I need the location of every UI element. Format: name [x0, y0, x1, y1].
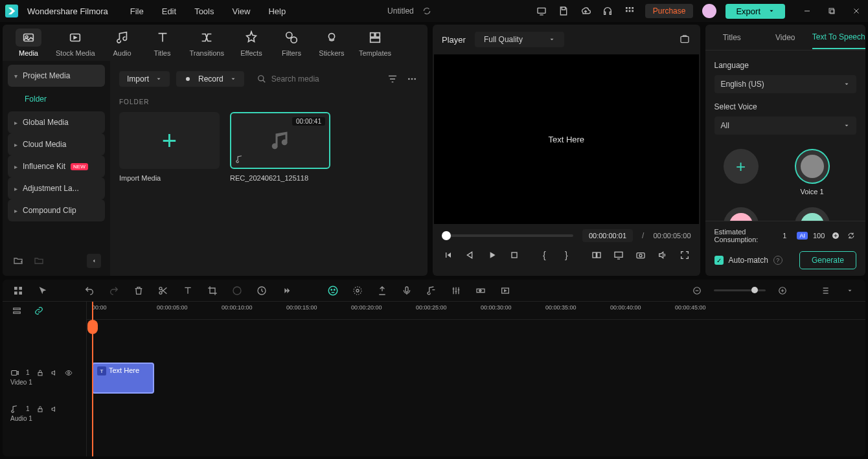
headphones-icon[interactable]: [601, 5, 614, 17]
volume-icon[interactable]: [656, 249, 669, 262]
collapse-sidebar-icon[interactable]: [87, 254, 101, 268]
media-clip-tile[interactable]: 00:00:41 REC_20240621_125118: [230, 112, 330, 182]
tl-cursor-icon[interactable]: [36, 284, 49, 297]
add-voice[interactable]: +: [718, 149, 764, 196]
maximize-icon[interactable]: [825, 5, 838, 17]
speed-icon[interactable]: [255, 284, 268, 297]
tooltab-effects[interactable]: Effects: [233, 26, 269, 60]
tl-grid-icon[interactable]: [12, 284, 25, 297]
tooltab-audio[interactable]: Audio: [104, 26, 141, 60]
step-back-icon[interactable]: [464, 249, 477, 262]
voice-filter-select[interactable]: All: [714, 117, 857, 135]
menu-file[interactable]: File: [130, 6, 144, 16]
filter-icon[interactable]: [386, 73, 399, 85]
audio-track-header[interactable]: 1 Audio 1: [3, 395, 86, 431]
zoom-slider[interactable]: [714, 289, 766, 291]
folder-icon[interactable]: [32, 254, 45, 267]
close-icon[interactable]: [850, 5, 863, 17]
language-select[interactable]: English (US): [714, 75, 857, 93]
menu-edit[interactable]: Edit: [162, 6, 176, 16]
search-input[interactable]: [271, 74, 373, 84]
mark-in-icon[interactable]: {: [538, 249, 551, 262]
track-area[interactable]: 00:0000:00:05:0000:00:10:0000:00:15:0000…: [87, 302, 865, 456]
display-icon[interactable]: [612, 249, 625, 262]
mic-icon[interactable]: [400, 284, 413, 297]
import-dropdown[interactable]: Import: [119, 71, 170, 87]
cloud-upload-icon[interactable]: [579, 5, 592, 17]
voice-option[interactable]: Jenny: [718, 207, 764, 221]
import-media-tile[interactable]: + Import Media: [119, 112, 220, 182]
track-options-icon[interactable]: [820, 284, 833, 297]
menu-help[interactable]: Help: [268, 6, 286, 16]
keyframe-icon[interactable]: [474, 284, 487, 297]
tooltab-filters[interactable]: Filters: [273, 26, 310, 60]
zoom-in-icon[interactable]: [776, 284, 789, 297]
search-media[interactable]: [251, 71, 380, 87]
camera-icon[interactable]: [634, 249, 647, 262]
add-credits-icon[interactable]: [830, 229, 840, 242]
sidebar-folder[interactable]: Folder: [8, 89, 105, 109]
playhead[interactable]: [92, 302, 93, 456]
sidebar-item-adjustment-la---[interactable]: ▸Adjustment La...: [8, 177, 105, 199]
tooltab-transitions[interactable]: Transitions: [185, 26, 229, 60]
mixer-icon[interactable]: [450, 284, 463, 297]
play-icon[interactable]: [486, 249, 499, 262]
lock-icon[interactable]: [36, 369, 44, 377]
tooltab-titles[interactable]: Titles: [144, 26, 181, 60]
chevron-down-icon[interactable]: [843, 284, 856, 297]
voice-option[interactable]: Voice 1: [790, 149, 835, 196]
sidebar-item-influence-kit[interactable]: ▸Influence KitNEW: [8, 155, 105, 177]
color-icon[interactable]: [231, 284, 244, 297]
timeline-clip[interactable]: T Text Here: [92, 363, 154, 394]
tab-titles[interactable]: Titles: [705, 27, 759, 49]
tab-video[interactable]: Video: [759, 27, 812, 49]
sidebar-item-global-media[interactable]: ▸Global Media: [8, 111, 105, 133]
voice-option[interactable]: Jason: [790, 207, 835, 221]
expand-tools-icon[interactable]: [280, 284, 293, 297]
mute-icon[interactable]: [51, 369, 58, 377]
fullscreen-icon[interactable]: [678, 249, 691, 262]
minimize-icon[interactable]: [801, 5, 814, 17]
sidebar-item-cloud-media[interactable]: ▸Cloud Media: [8, 133, 105, 155]
render-icon[interactable]: [499, 284, 512, 297]
audio-sync-icon[interactable]: [425, 284, 438, 297]
tooltab-media[interactable]: Media: [10, 26, 47, 60]
new-folder-icon[interactable]: [12, 254, 25, 267]
generate-button[interactable]: Generate: [799, 251, 856, 269]
sidebar-item-compound-clip[interactable]: ▸Compound Clip: [8, 199, 105, 221]
stop-icon[interactable]: [508, 249, 521, 262]
marker-icon[interactable]: [376, 284, 389, 297]
sidebar-project-media[interactable]: ▾Project Media: [8, 65, 105, 87]
user-avatar[interactable]: [702, 4, 716, 18]
preview-canvas[interactable]: Text Here: [434, 54, 699, 224]
split-icon[interactable]: [157, 284, 170, 297]
seek-bar[interactable]: [442, 234, 573, 237]
menu-tools[interactable]: Tools: [194, 6, 214, 16]
track-view-icon[interactable]: [10, 304, 23, 317]
lock-icon[interactable]: [36, 405, 44, 413]
text-icon[interactable]: [181, 284, 194, 297]
record-dropdown[interactable]: Record: [176, 71, 244, 87]
mark-out-icon[interactable]: }: [560, 249, 573, 262]
link-icon[interactable]: [32, 304, 45, 317]
ai-face-icon[interactable]: [326, 284, 339, 297]
snapshot-icon[interactable]: [678, 33, 691, 46]
crop-icon[interactable]: [206, 284, 219, 297]
eye-icon[interactable]: [65, 369, 73, 377]
refresh-icon[interactable]: [846, 229, 856, 242]
tooltab-stock-media[interactable]: Stock Media: [51, 26, 100, 60]
automatch-checkbox[interactable]: ✓: [714, 256, 724, 265]
redo-icon[interactable]: [108, 284, 120, 297]
video-track-header[interactable]: 1 Video 1: [3, 359, 86, 395]
more-icon[interactable]: [405, 73, 418, 85]
sync-icon[interactable]: [420, 5, 433, 17]
export-button[interactable]: Export: [725, 4, 785, 19]
compare-icon[interactable]: [590, 249, 603, 262]
tab-text-to-speech[interactable]: Text To Speech: [812, 26, 866, 49]
quality-dropdown[interactable]: Full Quality: [475, 32, 564, 47]
help-icon[interactable]: ?: [773, 256, 782, 265]
prev-frame-icon[interactable]: [442, 249, 455, 262]
menu-view[interactable]: View: [232, 6, 250, 16]
zoom-out-icon[interactable]: [691, 284, 703, 297]
undo-icon[interactable]: [83, 284, 96, 297]
